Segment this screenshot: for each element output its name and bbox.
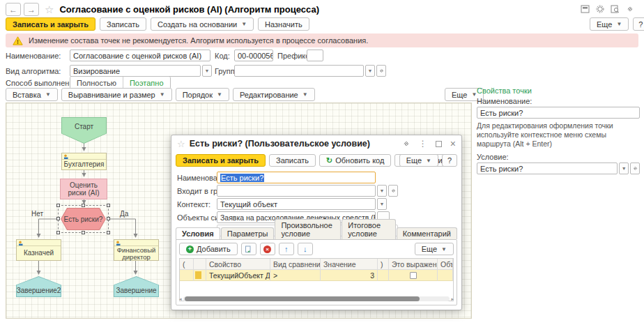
chevron-down-icon: ▼ <box>217 91 222 98</box>
dlg-context-dropdown-icon[interactable]: ▼ <box>377 198 387 210</box>
cell-value[interactable]: 3 <box>321 270 378 281</box>
flow-node-assess-risks[interactable]: Оценить риски (AI) <box>60 179 107 199</box>
move-up-button[interactable]: ↑ <box>279 243 294 255</box>
refresh-icon: ↻ <box>326 156 332 165</box>
nav-forward-button[interactable]: → <box>24 3 39 16</box>
exec-mode-staged-option[interactable]: Поэтапно <box>123 77 170 89</box>
window-icon[interactable] <box>581 5 590 13</box>
props-condition-label: Условие: <box>477 153 640 161</box>
move-down-button[interactable]: ↓ <box>298 243 313 255</box>
props-hint-text: Для редактирования оформления точки испо… <box>477 121 640 149</box>
flow-node-fin-director[interactable]: Финансовый директор <box>114 239 159 261</box>
cell-comparison[interactable]: > <box>270 270 321 281</box>
expression-checkbox[interactable] <box>410 272 417 279</box>
delete-row-button[interactable]: × <box>260 243 275 255</box>
add-row-button[interactable]: +Добавить <box>179 243 238 255</box>
dialog-more-vert-icon[interactable]: ⋮ <box>419 139 427 148</box>
order-menu-button[interactable]: Порядок▼ <box>176 88 229 101</box>
table-more-button[interactable]: Еще▼ <box>415 243 454 255</box>
kind-dropdown-icon[interactable]: ▼ <box>202 65 212 77</box>
dialog-maximize-icon[interactable] <box>436 141 442 147</box>
dialog-link-icon[interactable] <box>402 139 411 148</box>
col-close-paren: ) <box>378 259 389 270</box>
chevron-down-icon: ▼ <box>441 246 447 252</box>
scroll-left-icon[interactable]: ◂ <box>179 296 182 302</box>
flow-node-end[interactable]: Завершение <box>114 276 159 297</box>
props-condition-link-icon[interactable] <box>630 162 640 174</box>
group-dropdown-icon[interactable]: ▼ <box>365 65 375 77</box>
tab-conditions[interactable]: Условия <box>176 227 220 240</box>
more-button[interactable]: Еще▼ <box>590 17 629 31</box>
arrow-down-icon: ↓ <box>303 245 307 253</box>
exec-mode-full-option[interactable]: Полностью <box>70 77 123 89</box>
dialog-titlebar[interactable]: ☆ Есть риски? (Пользовательское условие)… <box>171 135 461 152</box>
cell-property[interactable]: ТекущийОбъект Доп... <box>206 270 270 281</box>
favorite-star-icon[interactable]: ☆ <box>45 3 54 16</box>
arrow-up-icon: ↑ <box>284 245 289 253</box>
dialog-help-button[interactable]: ? <box>442 154 457 167</box>
canvas-more-label: Еще <box>452 91 467 99</box>
assign-button[interactable]: Назначить <box>258 17 309 31</box>
dialog-star-icon[interactable]: ☆ <box>177 139 185 149</box>
help-button[interactable]: ? <box>633 17 644 31</box>
col-property: Свойство <box>206 259 270 270</box>
search-doc-icon[interactable] <box>611 5 620 13</box>
name-input[interactable]: Согласование с оценкой рисков (AI) <box>70 50 210 61</box>
name-field-label: Наименование: <box>6 52 61 60</box>
dialog-save-close-button[interactable]: Записать и закрыть <box>176 154 266 167</box>
code-value: 00-000056 <box>238 52 273 60</box>
dlg-context-select[interactable]: Текущий объект <box>217 198 376 210</box>
flow-node-condition[interactable]: Есть риски? <box>61 208 106 230</box>
table-hscrollbar[interactable]: ◂ ▸ <box>179 296 454 302</box>
scroll-right-icon[interactable]: ▸ <box>451 296 454 302</box>
edge-label-yes: Да <box>120 210 128 218</box>
tab-comment[interactable]: Комментарий <box>397 227 457 239</box>
link-icon[interactable] <box>626 5 634 13</box>
tab-parameters[interactable]: Параметры <box>221 227 275 239</box>
dialog-more-button[interactable]: Еще▼ <box>399 154 438 167</box>
dialog-save-button[interactable]: Записать <box>269 154 316 167</box>
person-icon <box>116 241 121 246</box>
nav-back-button[interactable]: ← <box>6 3 21 16</box>
col-expression: Это выражение <box>389 259 438 270</box>
dlg-group-select[interactable] <box>217 185 376 197</box>
flow-node-end2[interactable]: Завершение2 <box>16 276 61 297</box>
flow-node-treasurer[interactable]: Казначей <box>16 239 61 261</box>
props-name-input[interactable]: Есть риски? <box>477 107 640 119</box>
prefix-input[interactable] <box>307 50 323 61</box>
chevron-down-icon: ▼ <box>426 158 431 164</box>
table-row[interactable]: ТекущийОбъект Доп... > 3 <box>180 270 453 281</box>
application-window: ← → ☆ Согласование с оценкой рисков (AI)… <box>0 0 644 325</box>
dlg-group-link-icon[interactable] <box>388 185 398 197</box>
create-based-button[interactable]: Создать на основании▼ <box>151 17 254 31</box>
save-close-button[interactable]: Записать и закрыть <box>6 17 95 31</box>
save-button[interactable]: Записать <box>100 17 146 31</box>
tab-custom-condition[interactable]: Произвольное условие <box>275 219 341 239</box>
dlg-group-dropdown-icon[interactable]: ▼ <box>377 185 387 197</box>
tab-total-condition[interactable]: Итоговое условие <box>342 219 395 239</box>
edit-label: Редактирование <box>240 91 298 99</box>
plus-circle-icon: + <box>186 245 194 253</box>
point-properties-panel: Свойства точки Наименование: Есть риски?… <box>477 86 640 174</box>
scrollbar-thumb[interactable] <box>185 296 420 301</box>
settings-gear-icon[interactable] <box>596 5 604 13</box>
group-select[interactable] <box>234 65 364 77</box>
flow-node-accounting[interactable]: Бухгалтерия <box>61 153 107 170</box>
kind-select[interactable]: Визирование <box>70 65 201 77</box>
code-input[interactable]: 00-000056 <box>234 50 273 61</box>
props-condition-dropdown-icon[interactable]: ▼ <box>619 162 629 174</box>
more-vert-icon[interactable]: ⋮ <box>641 4 644 13</box>
group-link-icon[interactable] <box>376 65 386 77</box>
props-condition-select[interactable]: Есть риски? <box>477 162 618 174</box>
dialog-refresh-code-button[interactable]: ↻Обновить код <box>319 154 391 167</box>
flow-node-start[interactable]: Старт <box>61 117 107 144</box>
col-union: Объединение с <box>438 259 453 270</box>
conditions-table[interactable]: ( Свойство Вид сравнения Значение ) Это … <box>179 258 454 301</box>
name-value: Согласование с оценкой рисков (AI) <box>73 52 201 60</box>
edit-menu-button[interactable]: Редактирование▼ <box>233 88 315 101</box>
dlg-name-input[interactable]: Есть риски? <box>217 172 376 183</box>
align-size-menu-button[interactable]: Выравнивание и размер▼ <box>61 88 172 101</box>
insert-menu-button[interactable]: Вставка▼ <box>6 88 58 101</box>
copy-row-button[interactable] <box>241 243 256 255</box>
dialog-close-icon[interactable]: × <box>450 139 456 149</box>
